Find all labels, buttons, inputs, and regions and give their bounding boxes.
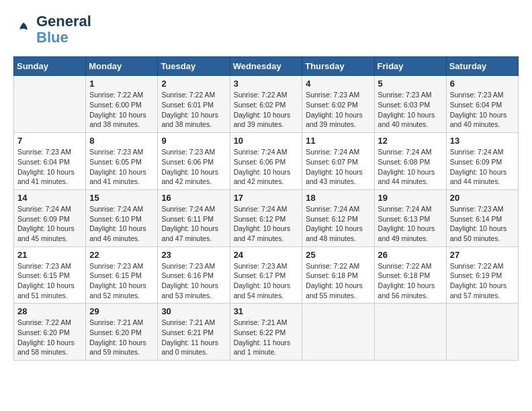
day-number: 28 (17, 306, 82, 316)
day-number: 20 (450, 193, 515, 203)
cell-content: Sunrise: 7:24 AM Sunset: 6:13 PM Dayligh… (378, 204, 443, 244)
day-number: 2 (161, 79, 226, 89)
day-number: 5 (378, 79, 443, 89)
day-number: 30 (161, 306, 226, 316)
calendar-cell: 3Sunrise: 7:22 AM Sunset: 6:02 PM Daylig… (230, 76, 302, 133)
logo-icon (15, 20, 34, 39)
cell-content: Sunrise: 7:24 AM Sunset: 6:12 PM Dayligh… (306, 204, 370, 244)
cell-content: Sunrise: 7:22 AM Sunset: 6:20 PM Dayligh… (17, 318, 82, 357)
day-header-saturday: Saturday (446, 57, 518, 76)
calendar-cell (446, 304, 518, 361)
calendar-cell: 20Sunrise: 7:23 AM Sunset: 6:14 PM Dayli… (446, 189, 518, 246)
calendar-cell: 19Sunrise: 7:24 AM Sunset: 6:13 PM Dayli… (374, 189, 446, 246)
calendar-cell: 28Sunrise: 7:22 AM Sunset: 6:20 PM Dayli… (14, 304, 86, 361)
day-header-tuesday: Tuesday (158, 57, 230, 76)
calendar-cell: 31Sunrise: 7:21 AM Sunset: 6:22 PM Dayli… (230, 304, 302, 361)
calendar-week-row: 28Sunrise: 7:22 AM Sunset: 6:20 PM Dayli… (14, 304, 519, 361)
day-number: 10 (234, 136, 299, 146)
day-number: 18 (306, 193, 370, 203)
calendar-header-row: SundayMondayTuesdayWednesdayThursdayFrid… (14, 57, 519, 76)
cell-content: Sunrise: 7:23 AM Sunset: 6:04 PM Dayligh… (450, 90, 515, 130)
page-header: GeneralBlue (13, 13, 519, 46)
cell-content: Sunrise: 7:22 AM Sunset: 6:18 PM Dayligh… (306, 261, 370, 301)
cell-content: Sunrise: 7:22 AM Sunset: 6:18 PM Dayligh… (378, 261, 443, 301)
calendar-cell: 10Sunrise: 7:24 AM Sunset: 6:06 PM Dayli… (230, 133, 302, 190)
calendar-week-row: 21Sunrise: 7:23 AM Sunset: 6:15 PM Dayli… (14, 246, 519, 304)
cell-content: Sunrise: 7:24 AM Sunset: 6:12 PM Dayligh… (234, 204, 299, 244)
cell-content: Sunrise: 7:22 AM Sunset: 6:00 PM Dayligh… (89, 90, 154, 130)
calendar-cell: 6Sunrise: 7:23 AM Sunset: 6:04 PM Daylig… (446, 76, 518, 133)
calendar-cell: 1Sunrise: 7:22 AM Sunset: 6:00 PM Daylig… (86, 76, 158, 133)
calendar-cell: 22Sunrise: 7:23 AM Sunset: 6:15 PM Dayli… (86, 246, 158, 304)
cell-content: Sunrise: 7:23 AM Sunset: 6:16 PM Dayligh… (161, 261, 226, 301)
calendar-cell: 11Sunrise: 7:24 AM Sunset: 6:07 PM Dayli… (302, 133, 374, 190)
calendar-cell: 23Sunrise: 7:23 AM Sunset: 6:16 PM Dayli… (158, 246, 230, 304)
cell-content: Sunrise: 7:24 AM Sunset: 6:08 PM Dayligh… (378, 147, 443, 187)
day-number: 17 (234, 193, 299, 203)
day-number: 26 (378, 250, 443, 260)
day-header-monday: Monday (86, 57, 158, 76)
cell-content: Sunrise: 7:24 AM Sunset: 6:11 PM Dayligh… (161, 204, 226, 244)
calendar-cell: 12Sunrise: 7:24 AM Sunset: 6:08 PM Dayli… (374, 133, 446, 190)
day-number: 27 (450, 250, 515, 260)
calendar-cell: 16Sunrise: 7:24 AM Sunset: 6:11 PM Dayli… (158, 189, 230, 246)
logo: GeneralBlue (13, 13, 91, 46)
day-number: 25 (306, 250, 370, 260)
calendar-cell: 13Sunrise: 7:24 AM Sunset: 6:09 PM Dayli… (446, 133, 518, 190)
cell-content: Sunrise: 7:24 AM Sunset: 6:09 PM Dayligh… (17, 204, 82, 244)
calendar-cell: 30Sunrise: 7:21 AM Sunset: 6:21 PM Dayli… (158, 304, 230, 361)
calendar-cell: 7Sunrise: 7:23 AM Sunset: 6:04 PM Daylig… (14, 133, 86, 190)
day-number: 22 (89, 250, 154, 260)
day-number: 16 (161, 193, 226, 203)
day-number: 21 (17, 250, 82, 260)
cell-content: Sunrise: 7:23 AM Sunset: 6:04 PM Dayligh… (17, 147, 82, 187)
day-number: 15 (89, 193, 154, 203)
cell-content: Sunrise: 7:24 AM Sunset: 6:07 PM Dayligh… (306, 147, 370, 187)
cell-content: Sunrise: 7:23 AM Sunset: 6:05 PM Dayligh… (89, 147, 154, 187)
cell-content: Sunrise: 7:23 AM Sunset: 6:03 PM Dayligh… (378, 90, 443, 130)
cell-content: Sunrise: 7:21 AM Sunset: 6:21 PM Dayligh… (161, 318, 226, 357)
calendar-cell: 29Sunrise: 7:21 AM Sunset: 6:20 PM Dayli… (86, 304, 158, 361)
cell-content: Sunrise: 7:22 AM Sunset: 6:01 PM Dayligh… (161, 90, 226, 130)
calendar-cell: 15Sunrise: 7:24 AM Sunset: 6:10 PM Dayli… (86, 189, 158, 246)
day-number: 1 (89, 79, 154, 89)
calendar-cell (14, 76, 86, 133)
day-number: 31 (234, 306, 299, 316)
cell-content: Sunrise: 7:22 AM Sunset: 6:02 PM Dayligh… (234, 90, 299, 130)
calendar-cell (374, 304, 446, 361)
cell-content: Sunrise: 7:23 AM Sunset: 6:17 PM Dayligh… (234, 261, 299, 301)
calendar-cell: 27Sunrise: 7:22 AM Sunset: 6:19 PM Dayli… (446, 246, 518, 304)
logo-text: GeneralBlue (36, 13, 91, 46)
calendar-cell: 17Sunrise: 7:24 AM Sunset: 6:12 PM Dayli… (230, 189, 302, 246)
day-header-thursday: Thursday (302, 57, 374, 76)
day-number: 11 (306, 136, 370, 146)
calendar-cell: 18Sunrise: 7:24 AM Sunset: 6:12 PM Dayli… (302, 189, 374, 246)
day-number: 13 (450, 136, 515, 146)
calendar-table: SundayMondayTuesdayWednesdayThursdayFrid… (13, 56, 519, 361)
calendar-week-row: 1Sunrise: 7:22 AM Sunset: 6:00 PM Daylig… (14, 76, 519, 133)
day-number: 7 (17, 136, 82, 146)
day-number: 8 (89, 136, 154, 146)
day-number: 3 (234, 79, 299, 89)
calendar-cell: 14Sunrise: 7:24 AM Sunset: 6:09 PM Dayli… (14, 189, 86, 246)
cell-content: Sunrise: 7:24 AM Sunset: 6:09 PM Dayligh… (450, 147, 515, 187)
day-header-friday: Friday (374, 57, 446, 76)
cell-content: Sunrise: 7:23 AM Sunset: 6:15 PM Dayligh… (17, 261, 82, 301)
day-number: 19 (378, 193, 443, 203)
day-number: 12 (378, 136, 443, 146)
day-header-wednesday: Wednesday (230, 57, 302, 76)
cell-content: Sunrise: 7:21 AM Sunset: 6:22 PM Dayligh… (234, 318, 299, 357)
calendar-cell: 4Sunrise: 7:23 AM Sunset: 6:02 PM Daylig… (302, 76, 374, 133)
calendar-week-row: 7Sunrise: 7:23 AM Sunset: 6:04 PM Daylig… (14, 133, 519, 190)
calendar-cell: 8Sunrise: 7:23 AM Sunset: 6:05 PM Daylig… (86, 133, 158, 190)
day-number: 9 (161, 136, 226, 146)
day-number: 4 (306, 79, 370, 89)
cell-content: Sunrise: 7:23 AM Sunset: 6:14 PM Dayligh… (450, 204, 515, 244)
cell-content: Sunrise: 7:24 AM Sunset: 6:10 PM Dayligh… (89, 204, 154, 244)
day-number: 23 (161, 250, 226, 260)
cell-content: Sunrise: 7:22 AM Sunset: 6:19 PM Dayligh… (450, 261, 515, 301)
day-number: 14 (17, 193, 82, 203)
calendar-cell (302, 304, 374, 361)
day-number: 6 (450, 79, 515, 89)
calendar-cell: 25Sunrise: 7:22 AM Sunset: 6:18 PM Dayli… (302, 246, 374, 304)
